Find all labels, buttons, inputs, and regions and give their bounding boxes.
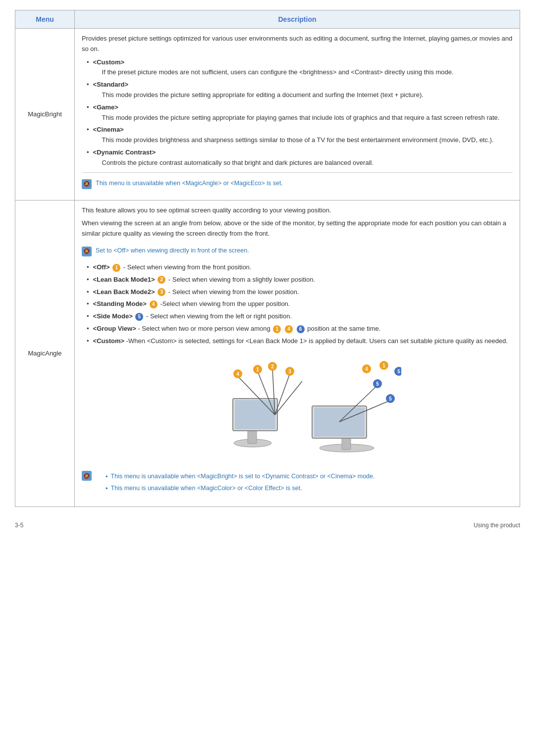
magicangle-notes-content: This menu is unavailable when <MagicBrig… [96,470,374,496]
circle-g4: 4 [285,325,293,333]
magicbright-intro: Provides preset picture settings optimiz… [82,34,513,54]
magicangle-note1: 🔕 Set to <Off> when viewing directly in … [82,244,513,258]
svg-text:4: 4 [365,366,368,372]
angle-diagram-svg: 4 1 2 3 5 5 [193,356,401,455]
main-table: Menu Description MagicBright Provides pr… [15,10,520,507]
page-wrapper: Menu Description MagicBright Provides pr… [15,10,520,529]
magicbright-note: 🔕 This menu is unavailable when <MagicAn… [82,177,513,191]
svg-text:1: 1 [256,367,259,372]
svg-text:1: 1 [382,363,385,368]
note-icon-angle2: 🔕 [82,471,92,481]
magicangle-intro2: When viewing the screen at an angle from… [82,218,513,239]
desc-cell-magicbright: Provides preset picture settings optimiz… [75,29,520,201]
svg-line-11 [275,374,290,415]
circle-5: 5 [135,313,143,321]
menu-cell-magicbright: MagicBright [15,29,75,201]
svg-text:4: 4 [236,371,239,377]
magicangle-item-standing: <Standing Mode> 4 -Select when viewing f… [87,299,513,309]
magicangle-item-leanback1: <Lean Back Mode1> 2 - Select when viewin… [87,275,513,285]
page-number: 3-5 [15,522,23,529]
magicbright-item-custom: <Custom> If the preset picture modes are… [87,57,513,78]
svg-line-12 [275,381,302,415]
menu-cell-magicangle: MagicAngle [15,200,75,506]
magicangle-item-off: <Off> 1 - Select when viewing from the f… [87,262,513,273]
svg-text:5: 5 [397,369,400,374]
circle-g6: 6 [297,325,305,333]
magicbright-item-cinema: <Cinema> This mode provides brightness a… [87,125,513,146]
svg-text:2: 2 [271,364,274,369]
magicangle-intro1: This feature allows you to see optimal s… [82,205,513,216]
svg-rect-3 [314,407,365,437]
circle-2: 2 [158,276,165,284]
magicangle-notes: 🔕 This menu is unavailable when <MagicBr… [82,468,513,498]
circle-3: 3 [158,288,165,296]
svg-text:3: 3 [288,369,291,374]
magicangle-item-group: <Group View> - Select when two or more p… [87,324,513,334]
circle-4: 4 [150,301,158,308]
note-icon: 🔕 [82,179,92,189]
svg-rect-5 [248,430,257,444]
magicbright-item-standard: <Standard> This mode provides the pictur… [87,80,513,101]
magicbright-item-game: <Game> This mode provides the picture se… [87,102,513,123]
circle-1: 1 [112,264,120,272]
magicangle-item-leanback2: <Lean Back Mode2> 3 - Select when viewin… [87,287,513,298]
magicangle-note-item2: This menu is unavailable when <MagicColo… [106,484,374,494]
page-footer: 3-5 Using the product [15,522,520,529]
circle-g1: 1 [273,325,281,333]
desc-cell-magicangle: This feature allows you to see optimal s… [75,200,520,506]
note-icon-angle: 🔕 [82,247,92,256]
svg-rect-7 [235,400,275,429]
table-row: MagicBright Provides preset picture sett… [15,29,520,201]
divider [82,172,513,173]
magicangle-item-custom: <Custom> -When <Custom> is selected, set… [87,336,513,347]
col-desc-header: Description [75,10,520,29]
col-menu-header: Menu [15,10,75,29]
footer-label: Using the product [474,522,520,529]
svg-text:5: 5 [376,381,379,387]
monitor-diagram: 4 1 2 3 5 5 [82,356,513,459]
magicangle-item-side: <Side Mode> 5 - Select when viewing from… [87,311,513,322]
magicangle-note-item1: This menu is unavailable when <MagicBrig… [106,472,374,482]
table-row: MagicAngle This feature allows you to se… [15,200,520,506]
magicbright-item-dynamic: <Dynamic Contrast> Controls the picture … [87,148,513,168]
svg-text:5: 5 [389,396,392,402]
